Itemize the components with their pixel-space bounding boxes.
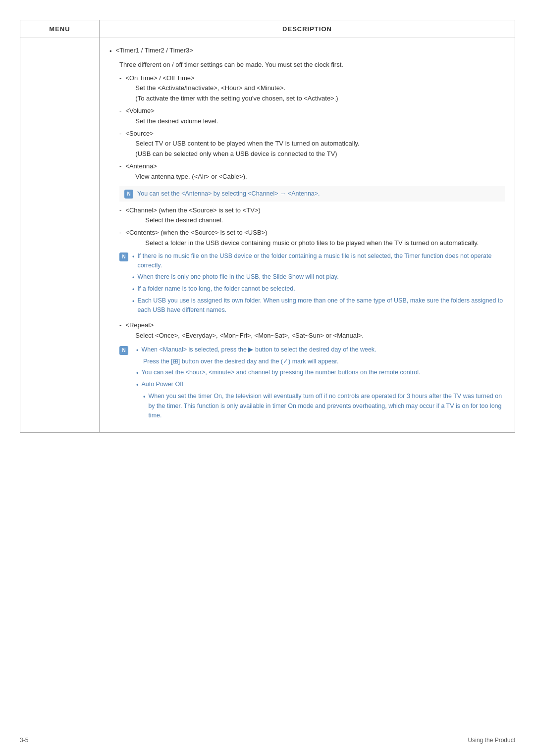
dash-4: - [119,161,121,172]
note-antenna-text: You can set the <Antenna> by selecting <… [137,189,320,199]
source-desc2-wrap: (USB can be selected only when a USB dev… [135,149,359,159]
dash-6: - [119,228,121,238]
description-column-body: • <Timer1 / Timer2 / Timer3> Three diffe… [100,38,515,432]
bullet-dot: • [109,47,112,57]
menu-column-header: MENU [20,20,100,38]
repeat-item: - <Repeat> Select <Once>, <Everyday>, <M… [119,320,505,341]
auto-power-off-desc-text: When you set the timer On, the televisio… [148,392,505,420]
channel-label: <Channel> (when the <Source> is set to <… [125,205,260,216]
on-off-time-item: - <On Time> / <Off Time> Set the <Activa… [119,73,505,104]
on-off-time-desc-text: Set the <Activate/Inactivate>, <Hour> an… [135,84,285,92]
repeat-desc: Select <Once>, <Everyday>, <Mon~Fri>, <M… [135,332,364,339]
page: MENU DESCRIPTION • <Timer1 / Timer2 / Ti… [0,0,535,756]
repeat-note-icon: N [119,346,128,355]
note-photo-text: When there is only one photo file in the… [137,272,338,282]
timer-desc-line: Three different on / off timer settings … [119,60,505,70]
page-number: 3-5 [20,737,28,744]
auto-power-desc-dot: • [143,392,145,402]
dash-2: - [119,106,121,116]
antenna-label: <Antenna> [125,161,247,172]
channel-item: - <Channel> (when the <Source> is set to… [119,205,505,226]
repeat-note-icon-symbol: N [122,347,125,354]
repeat-note1-dot: • [136,346,138,355]
dash-3: - [119,129,121,139]
note-usb-icon-symbol: N [122,253,125,261]
repeat-notes-block: N • When <Manual> is selected, press the… [119,345,505,422]
volume-desc: Set the desired volume level. [135,117,218,125]
antenna-item: - <Antenna> View antenna type. (<Air> or… [119,161,505,182]
auto-power-dot: • [136,380,138,390]
source-desc1: Select TV or USB content to be played wh… [135,140,359,147]
on-off-time-note-text: (To activate the timer with the setting … [135,95,338,102]
note-folder-dot: • [132,285,134,295]
volume-label: <Volume> [125,106,218,116]
contents-label: <Contents> (when the <Source> is set to … [125,228,479,238]
contents-desc-wrap: Select a folder in the USB device contai… [145,238,479,249]
auto-power-off-item: • Auto Power Off [136,380,505,390]
source-label: <Source> [125,129,359,139]
timer-bullet: • <Timer1 / Timer2 / Timer3> [109,46,505,57]
description-column-header: DESCRIPTION [100,20,515,38]
note-music-text: If there is no music file on the USB dev… [137,252,505,271]
channel-desc: Select the desired channel. [145,216,223,224]
auto-power-off-desc-item: • When you set the timer On, the televis… [143,392,505,420]
menu-header-label: MENU [49,25,70,33]
note-folder-text: If a folder name is too long, the folder… [137,284,295,294]
dash-1: - [119,73,121,84]
antenna-desc-wrap: View antenna type. (<Air> or <Cable>). [135,172,247,182]
repeat-label: <Repeat> [125,320,364,331]
contents-desc: Select a folder in the USB device contai… [145,239,479,247]
note-antenna-icon: N [124,190,133,199]
note-photo-item: • When there is only one photo file in t… [132,272,505,283]
repeat-section: - <Repeat> Select <Once>, <Everyday>, <M… [109,320,505,422]
note-usb-item: • Each USB you use is assigned its own f… [132,296,505,315]
table-body: • <Timer1 / Timer2 / Timer3> Three diffe… [20,38,515,432]
repeat-note1-item: • When <Manual> is selected, press the ▶… [136,345,505,355]
note-usb-text: Each USB you use is assigned its own fol… [137,296,505,315]
antenna-desc: View antenna type. (<Air> or <Cable>). [135,173,247,180]
repeat-desc-wrap: Select <Once>, <Everyday>, <Mon~Fri>, <M… [135,331,364,341]
repeat-note3-dot: • [136,368,138,378]
dash-7: - [119,320,121,331]
repeat-note1-text: When <Manual> is selected, press the ▶ b… [141,345,376,354]
dash-5: - [119,205,121,216]
menu-column-body [20,38,100,432]
on-off-time-label: <On Time> / <Off Time> [125,73,338,84]
note-icon-symbol: N [127,190,130,198]
volume-desc-wrap: Set the desired volume level. [135,116,218,127]
table-header: MENU DESCRIPTION [20,20,515,38]
usb-notes-list: • If there is no music file on the USB d… [132,252,505,317]
note-antenna-box: N You can set the <Antenna> by selecting… [119,186,505,202]
repeat-notes-list: • When <Manual> is selected, press the ▶… [136,345,505,422]
page-footer: 3-5 Using the Product [20,737,515,744]
note-photo-dot: • [132,273,134,283]
note-usb-dot: • [132,297,134,306]
description-header-label: DESCRIPTION [282,25,332,33]
channel-desc-wrap: Select the desired channel. [145,215,260,226]
contents-item: - <Contents> (when the <Source> is set t… [119,228,505,249]
timer-desc: Three different on / off timer settings … [119,61,343,68]
volume-item: - <Volume> Set the desired volume level. [119,106,505,127]
auto-power-off-label: Auto Power Off [141,380,183,389]
source-desc1-wrap: Select TV or USB content to be played wh… [135,139,359,149]
timer-heading: <Timer1 / Timer2 / Timer3> [116,46,193,56]
repeat-note3-text: You can set the <hour>, <minute> and cha… [141,368,420,377]
repeat-note2-text: Press the [⊞] button over the desired da… [143,357,505,366]
note-music-item: • If there is no music file on the USB d… [132,252,505,271]
note-folder-item: • If a folder name is too long, the fold… [132,284,505,295]
source-item: - <Source> Select TV or USB content to b… [119,129,505,159]
section-label: Using the Product [468,737,515,744]
on-off-time-desc: Set the <Activate/Inactivate>, <Hour> an… [135,83,338,94]
repeat-note3-item: • You can set the <hour>, <minute> and c… [136,368,505,378]
on-off-time-note: (To activate the timer with the setting … [135,94,338,104]
notes-usb-block: N • If there is no music file on the USB… [119,252,505,317]
note-music-dot: • [132,252,134,262]
main-table: MENU DESCRIPTION • <Timer1 / Timer2 / Ti… [20,20,515,433]
note-usb-icon: N [119,252,128,261]
source-desc2: (USB can be selected only when a USB dev… [135,150,337,157]
